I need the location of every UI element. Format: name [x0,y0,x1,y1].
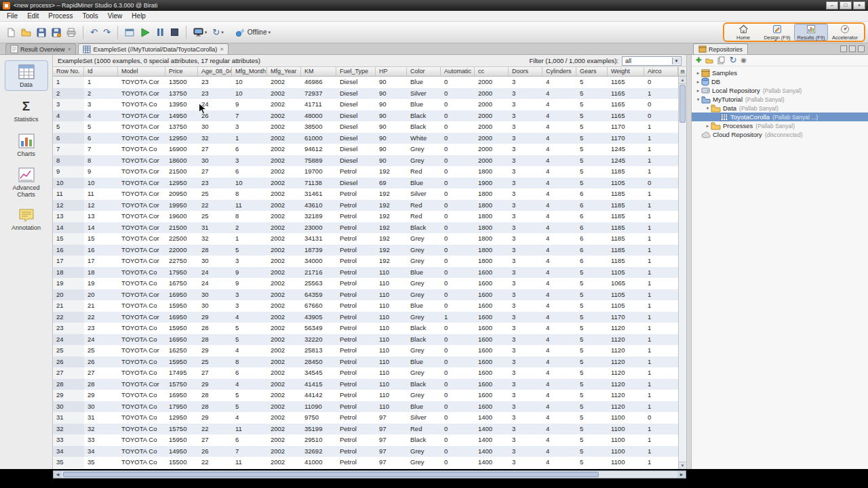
tab-repositories[interactable]: Repositories [693,43,748,54]
panel-splitter[interactable] [686,55,692,469]
maximize-icon[interactable]: □ [840,1,852,9]
table-row[interactable]: 2121TOYOTA Co15950303200267660Petrol110B… [53,300,678,312]
column-header-gears[interactable]: Gears [576,67,608,76]
column-header-id[interactable]: Id [84,67,118,76]
table-row[interactable]: 2323TOYOTA Co15950285200256349Petrol110B… [53,323,678,334]
table-row[interactable]: 2525TOYOTA Cor16250294200225813Petrol110… [53,345,678,357]
expand-icon[interactable]: ▸ [695,70,701,76]
table-row[interactable]: 11TOYOTA Cor135002310200246986Diesel90Bl… [53,77,678,88]
table-row[interactable]: 1313TOYOTA Cor19600258200232189Petrol192… [53,211,678,222]
table-row[interactable]: 44TOYOTA Cor14950267200248000Diesel90Bla… [53,110,678,122]
table-row[interactable]: 3131TOYOTA Co1295029420029750Petrol97Sil… [53,412,678,424]
sidebar-item-advanced-charts[interactable]: Advanced Charts [5,164,48,201]
table-row[interactable]: 2626TOYOTA Co15950258200228450Petrol110B… [53,357,678,368]
table-row[interactable]: 55TOYOTA Cor13750303200238500Diesel90Bla… [53,121,678,133]
table-row[interactable]: 1919TOYOTA Co16750249200225563Petrol110G… [53,278,678,289]
table-row[interactable]: 2222TOYOTA Cor16950294200243905Petrol110… [53,312,678,323]
stop-process-button[interactable] [168,26,181,38]
table-row[interactable]: 2727TOYOTA Co17495276200234545Petrol110G… [53,367,678,379]
menu-view[interactable]: View [103,12,127,20]
menu-help[interactable]: Help [127,12,151,20]
expand-icon[interactable]: ▸ [705,123,711,129]
menu-file[interactable]: File [2,12,22,20]
repo-item-cloud-repository[interactable]: Cloud Repository(disconnected) [692,130,868,139]
repo-item-db[interactable]: ▸DB [692,77,868,86]
column-header-automatic[interactable]: Automatic [441,67,475,76]
refresh-button[interactable]: ↻ [729,56,736,65]
table-row[interactable]: 3434TOYOTA Co14950267200232692Petrol97Gr… [53,446,678,458]
sidebar-item-data[interactable]: Data [5,60,48,91]
repo-item-mytutorial[interactable]: ▾MyTutorial(Pallab Sanyal) [692,95,868,104]
column-settings-button[interactable]: ▤ [679,67,686,77]
expand-icon[interactable]: ▸ [695,88,701,94]
table-row[interactable]: 1414TOYOTA Cor21500312200223000Petrol192… [53,222,678,234]
column-header-doors[interactable]: Doors [509,67,542,76]
undo-button[interactable]: ↶ [88,26,100,39]
table-row[interactable]: 99TOYOTA Cor21500276200219700Petrol192Re… [53,166,678,178]
table-row[interactable]: 3333TOYOTA Co15950276200229510Petrol97Bl… [53,434,678,446]
copy-entry-button[interactable] [717,56,725,64]
column-header-row-no[interactable]: Row No. [53,67,84,76]
tab-exampleset-mytutorial-data-toyotacorolla[interactable]: ExampleSet (//MyTutorial/Data/ToyotaCoro… [78,43,229,54]
table-row[interactable]: 77TOYOTA Co16900276200294612Diesel90Grey… [53,144,678,155]
expand-icon[interactable]: ▸ [695,79,701,85]
column-header-model[interactable]: Model [118,67,165,76]
table-row[interactable]: 1616TOYOTA Cor22000285200218739Petrol192… [53,245,678,256]
column-header-hp[interactable]: HP [376,67,407,76]
table-row[interactable]: 1515TOYOTA Cor22500321200234131Petrol192… [53,233,678,245]
table-row[interactable]: 3232TOYOTA Co157502211200235199Petrol97R… [53,424,678,435]
add-data-button[interactable]: ✚ [696,57,701,64]
redo-button[interactable]: ↷ [101,26,113,39]
table-row[interactable]: 3535TOYOTA Co155002211200241000Petrol97G… [53,457,678,468]
new-folder-button[interactable] [705,57,713,64]
process-view-button[interactable] [123,27,136,38]
scroll-right-icon[interactable]: ▶ [677,471,686,478]
pause-process-button[interactable] [154,26,167,39]
repo-item-toyotacorolla[interactable]: ToyotaCorolla(Pallab Sanyal ...) [692,113,868,121]
column-header-age-08-04[interactable]: Age_08_04 [198,67,232,76]
print-button[interactable] [64,26,78,38]
vertical-scrollbar-thumb[interactable] [679,85,686,123]
perspective-home[interactable]: Home [726,24,760,41]
panel-close-icon[interactable] [858,45,865,52]
new-process-button[interactable] [4,26,18,39]
horizontal-scrollbar[interactable]: ◀ ▶ [53,470,686,479]
table-row[interactable]: 2828TOYOTA Cor15750294200241415Petrol110… [53,379,678,390]
collapse-icon[interactable]: ▾ [705,106,711,111]
minimize-icon[interactable]: – [826,1,838,9]
connection-status-button[interactable]: Offline ▾ [233,26,273,39]
tab-result-overview[interactable]: Result Overview✕ [5,43,76,54]
column-header-mfg-year[interactable]: Mfg_Year [267,67,301,76]
perspective-design-f9[interactable]: Design (F9) [760,24,794,41]
column-header-color[interactable]: Color [407,67,441,76]
remote-monitor-button[interactable]: ▾ [191,26,210,38]
table-row[interactable]: 2020TOYOTA Cor16950303200264359Petrol110… [53,289,678,301]
menu-process[interactable]: Process [43,12,77,20]
column-header-mfg-month[interactable]: Mfg_Month [232,67,267,76]
column-header-fuel-type[interactable]: Fuel_Type [336,67,376,76]
run-process-button[interactable] [138,26,153,39]
table-row[interactable]: 3030TOYOTA Co17950285200211090Petrol110B… [53,401,678,413]
column-header-airco[interactable]: Airco [644,67,678,76]
horizontal-scrollbar-thumb[interactable] [63,472,599,477]
repo-item-local-repository[interactable]: ▸Local Repository(Pallab Sanyal) [692,86,868,95]
table-row[interactable]: 1818TOYOTA Co17950249200221716Petrol110B… [53,267,678,279]
scroll-left-icon[interactable]: ◀ [54,471,62,478]
sidebar-item-annotation[interactable]: Annotation [5,205,48,233]
column-header-km[interactable]: KM [301,67,336,76]
settings-button[interactable]: ◉ [741,57,747,64]
table-row[interactable]: 1111TOYOTA Cor20950258200231461Petrol192… [53,188,678,200]
panel-dock-icon[interactable] [840,45,847,52]
close-icon[interactable]: ✕ [220,47,224,52]
column-header-price[interactable]: Price [165,67,198,76]
table-row[interactable]: 66TOYOTA Cor12950321200261000Diesel90Whi… [53,133,678,144]
scroll-up-icon[interactable]: ▲ [679,77,686,84]
table-row[interactable]: 2929TOYOTA Co16950285200244142Petrol110G… [53,390,678,401]
save-process-as-button[interactable] [50,26,63,39]
chevron-down-icon[interactable]: ▾ [205,30,208,35]
table-row[interactable]: 2424TOYOTA Co16950285200232220Petrol110B… [53,334,678,346]
scroll-down-icon[interactable]: ▼ [679,462,686,469]
table-row[interactable]: 1717TOYOTA Cor22750303200234000Petrol192… [53,256,678,267]
menu-edit[interactable]: Edit [22,12,43,20]
table-row[interactable]: 22TOYOTA Cor137502310200272937Diesel90Si… [53,88,678,100]
